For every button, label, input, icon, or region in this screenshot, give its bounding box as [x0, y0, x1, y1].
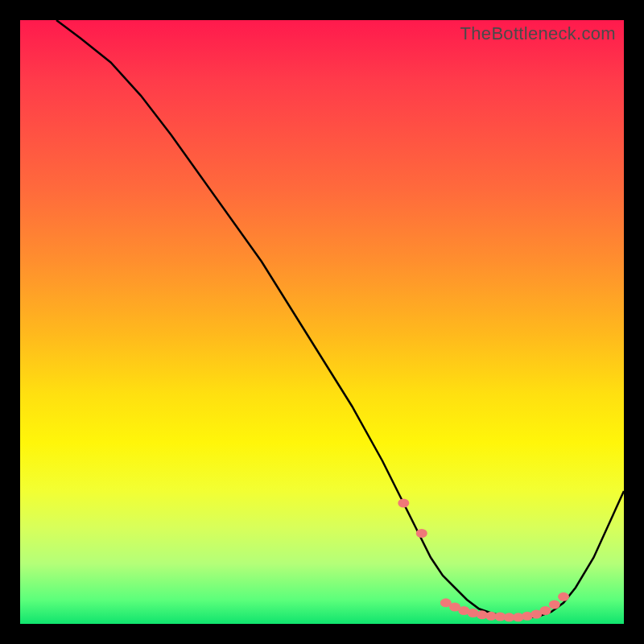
highlight-marker: [416, 529, 427, 538]
chart-frame: TheBottleneck.com: [0, 0, 644, 644]
chart-overlay: [20, 20, 624, 624]
highlight-marker: [540, 606, 551, 615]
highlight-marker: [549, 601, 560, 609]
bottleneck-curve: [56, 20, 624, 618]
plot-area: TheBottleneck.com: [20, 20, 624, 624]
highlight-marker: [398, 499, 409, 508]
marker-group: [398, 499, 569, 622]
highlight-marker: [558, 592, 569, 601]
